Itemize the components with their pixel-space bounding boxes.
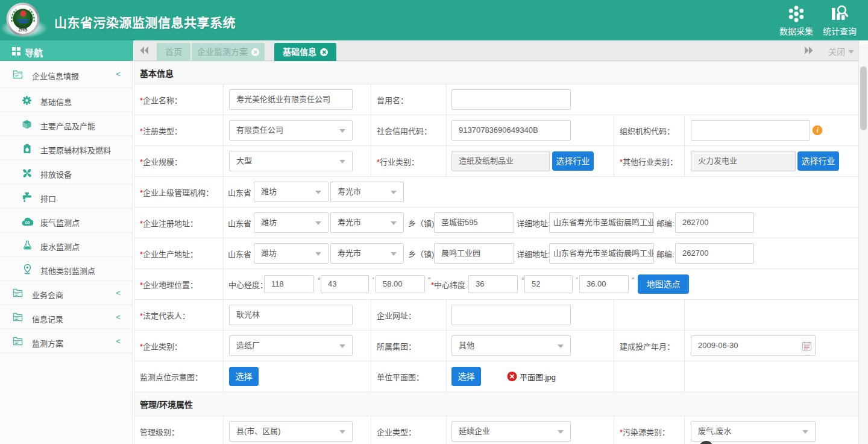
svg-text:ZHB: ZHB <box>19 28 27 32</box>
svg-text:co: co <box>25 220 30 224</box>
